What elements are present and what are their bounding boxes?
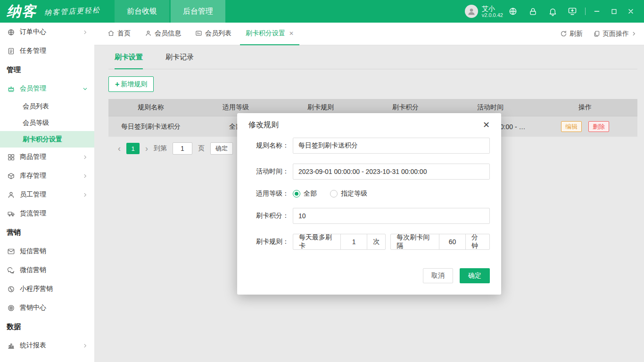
miniprogram-icon — [7, 285, 15, 293]
sidebar-item-task-management[interactable]: 任务管理 — [0, 41, 94, 60]
refresh-icon — [560, 30, 567, 37]
card-points-input[interactable] — [293, 208, 490, 224]
tab-card-records[interactable]: 刷卡记录 — [165, 45, 194, 69]
refresh-button[interactable]: 刷新 — [560, 30, 583, 38]
radio-level-specified[interactable]: 指定等级 — [330, 189, 367, 198]
tab-bar-actions: 刷新 页面操作 — [560, 30, 636, 38]
truck-icon — [7, 209, 15, 218]
mode-switcher: 前台收银 后台管理 — [115, 0, 225, 23]
sidebar-item-wechat-marketing[interactable]: 微信营销 — [0, 261, 94, 280]
sidebar-item-label: 货流管理 — [20, 209, 46, 218]
window-minimize-button[interactable] — [588, 0, 605, 23]
sidebar-item-staff-management[interactable]: 员工管理 — [0, 185, 94, 204]
pages-icon — [593, 30, 600, 37]
nav-tab-backend[interactable]: 后台管理 — [171, 0, 225, 23]
sidebar-item-logistics-management[interactable]: 货流管理 — [0, 204, 94, 223]
person-icon — [7, 190, 15, 199]
sidebar-item-inventory-management[interactable]: 库存管理 — [0, 166, 94, 185]
modal-header: 修改规则 ✕ — [237, 113, 501, 137]
app-version: v2.0.0.42 — [482, 12, 503, 18]
tab-label: 刷卡积分设置 — [246, 29, 285, 38]
pager-confirm-button[interactable]: 确定 — [210, 142, 233, 155]
clipboard-icon — [7, 47, 15, 55]
radio-selected-icon — [293, 190, 300, 197]
activity-time-input[interactable] — [293, 164, 490, 180]
sidebar-item-product-management[interactable]: 商品管理 — [0, 148, 94, 166]
download-client-icon[interactable] — [562, 0, 582, 23]
sidebar-item-miniprogram-marketing[interactable]: 小程序营销 — [0, 280, 94, 298]
crown-icon — [7, 84, 15, 93]
sidebar-item-label: 商品管理 — [20, 153, 46, 161]
cancel-button[interactable]: 取消 — [423, 268, 453, 283]
rule-name-input[interactable] — [293, 138, 490, 154]
max-swipes-input[interactable] — [340, 234, 367, 249]
delete-button[interactable]: 删除 — [588, 121, 609, 132]
tab-card-points-settings[interactable]: 刷卡积分设置 ✕ — [240, 23, 299, 45]
column-header: 规则名称 — [108, 103, 193, 112]
sidebar: 订单中心 任务管理 管理 会员管理 会员列表 会员等级 刷卡积分设置 商品管理 … — [0, 23, 94, 362]
id-card-icon — [195, 30, 202, 37]
chat-bubbles-icon — [7, 266, 15, 274]
form-row-time: 活动时间： — [248, 164, 490, 180]
pager-next-icon[interactable]: › — [145, 144, 148, 153]
envelope-icon — [7, 247, 15, 255]
radio-level-all[interactable]: 全部 — [293, 189, 317, 198]
sidebar-item-member-list[interactable]: 会员列表 — [0, 98, 94, 115]
tab-close-icon[interactable]: ✕ — [289, 30, 294, 37]
sidebar-item-marketing-center[interactable]: 营销中心 — [0, 298, 94, 317]
sidebar-item-label: 统计报表 — [20, 341, 46, 350]
sidebar-section-management: 管理 — [0, 60, 94, 79]
max-swipes-group: 每天最多刷卡 次 — [293, 234, 386, 250]
sidebar-item-order-center[interactable]: 订单中心 — [0, 23, 94, 41]
add-rule-button[interactable]: + 新增规则 — [108, 76, 154, 92]
tab-member-info[interactable]: 会员信息 — [139, 23, 187, 45]
sidebar-item-member-level[interactable]: 会员等级 — [0, 115, 94, 131]
service-globe-icon[interactable] — [503, 0, 523, 23]
window-close-button[interactable] — [622, 0, 639, 23]
pager-prev-icon[interactable]: ‹ — [118, 144, 121, 153]
modal-close-icon[interactable]: ✕ — [483, 121, 490, 129]
top-header: 纳客 纳客管店更轻松 前台收银 后台管理 艾小 v2.0.0.42 — [0, 0, 644, 23]
sidebar-item-statistics-reports[interactable]: 统计报表 — [0, 336, 94, 355]
cell-rule-name: 每日签到刷卡送积分 — [108, 123, 193, 131]
lock-icon[interactable] — [523, 0, 543, 23]
pager-goto-prefix: 到第 — [154, 144, 167, 153]
column-header: 适用等级 — [193, 103, 278, 112]
interval-suffix: 分钟 — [465, 234, 489, 249]
pager-goto-input[interactable] — [173, 142, 192, 155]
tab-member-list[interactable]: 会员列表 — [190, 23, 237, 45]
sidebar-item-member-management[interactable]: 会员管理 — [0, 79, 94, 98]
tab-label: 会员信息 — [155, 29, 181, 38]
person-icon — [145, 30, 152, 37]
sidebar-item-label: 营销中心 — [20, 304, 46, 312]
form-row-level: 适用等级： 全部 指定等级 — [248, 189, 490, 198]
page-actions-button[interactable]: 页面操作 — [593, 30, 636, 38]
interval-input[interactable] — [439, 234, 465, 249]
sidebar-item-card-points-settings[interactable]: 刷卡积分设置 — [0, 131, 94, 148]
header-right: 艾小 v2.0.0.42 — [465, 0, 644, 23]
nav-tab-frontdesk[interactable]: 前台收银 — [115, 0, 169, 23]
tab-home[interactable]: 首页 — [102, 23, 136, 45]
box-icon — [7, 172, 15, 180]
window-maximize-button[interactable] — [605, 0, 622, 23]
chevron-right-icon — [631, 31, 636, 36]
column-header: 刷卡规则 — [278, 103, 363, 112]
column-header: 活动时间 — [448, 103, 533, 112]
brand-logo: 纳客 — [0, 0, 37, 23]
plus-icon: + — [115, 81, 119, 88]
header-divider — [585, 8, 586, 15]
sidebar-item-label: 员工管理 — [20, 190, 46, 199]
home-icon — [107, 30, 115, 37]
sidebar-section-marketing: 营销 — [0, 223, 94, 242]
user-info: 艾小 v2.0.0.42 — [482, 5, 503, 18]
chevron-down-icon — [83, 86, 88, 91]
sidebar-item-sms-marketing[interactable]: 短信营销 — [0, 242, 94, 261]
pager-current-page[interactable]: 1 — [126, 143, 140, 154]
avatar[interactable] — [465, 5, 478, 18]
edit-button[interactable]: 编辑 — [561, 121, 582, 132]
column-header: 刷卡积分 — [363, 103, 448, 112]
bell-icon[interactable] — [543, 0, 562, 23]
confirm-button[interactable]: 确定 — [460, 268, 490, 283]
tab-card-settings[interactable]: 刷卡设置 — [115, 45, 143, 69]
sidebar-item-label: 会员管理 — [20, 84, 46, 93]
